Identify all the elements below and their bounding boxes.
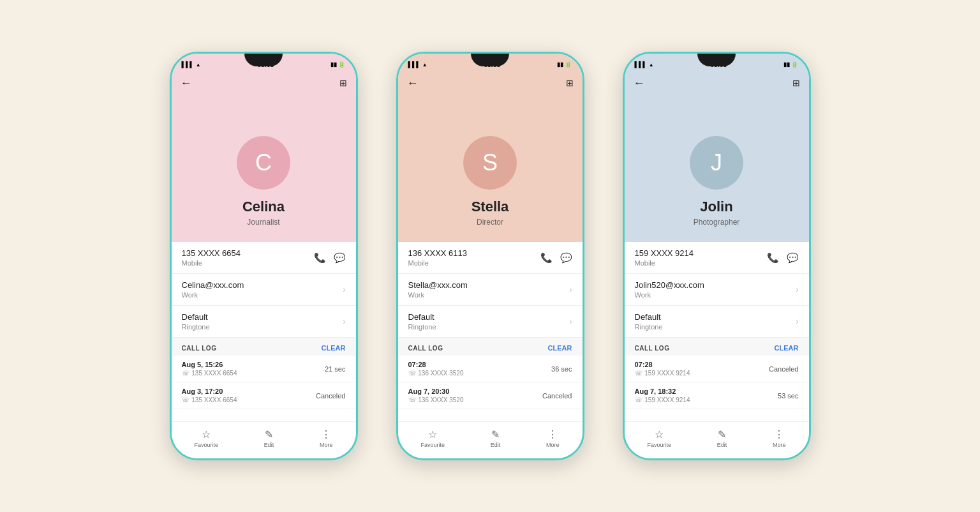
contact-name: Jolin xyxy=(700,199,732,215)
avatar: J xyxy=(690,136,743,190)
call-info-0: Aug 5, 15:26 ☏ 135 XXXX 6654 xyxy=(182,361,237,377)
qr-icon[interactable]: ⊞ xyxy=(339,78,347,88)
contact-name: Stella xyxy=(471,199,509,215)
battery-icon: ▮▮ 🔋 xyxy=(783,61,799,68)
battery-icon: ▮▮ 🔋 xyxy=(330,61,346,68)
contact-name: Celina xyxy=(242,199,285,215)
content-area: 136 XXXX 6113 Mobile 📞 💬 Stella@xxx.com … xyxy=(398,242,583,421)
nav-icon-edit: ✎ xyxy=(718,428,726,440)
nav-item-edit[interactable]: ✎ Edit xyxy=(264,428,274,448)
phone-actions: 📞 💬 xyxy=(767,252,799,264)
bottom-nav: ☆ Favourite ✎ Edit ⋮ More xyxy=(172,421,356,458)
call-number-0: ☏ 136 XXXX 3520 xyxy=(408,370,464,377)
call-entry-0[interactable]: 07:28 ☏ 159 XXXX 9214 Canceled xyxy=(625,356,809,382)
email-value: Celina@xxx.com xyxy=(182,280,244,290)
phone-info: 136 XXXX 6113 Mobile xyxy=(408,248,468,267)
phone-2: ▌▌▌ ▲ 08:08 ▮▮ 🔋 ← ⊞ S Stella Director 1… xyxy=(396,52,584,460)
nav-item-edit[interactable]: ✎ Edit xyxy=(491,428,501,448)
phone-1: ▌▌▌ ▲ 08:08 ▮▮ 🔋 ← ⊞ C Celina Journalist… xyxy=(170,52,358,460)
nav-item-favourite[interactable]: ☆ Favourite xyxy=(194,428,218,448)
phone-label: Mobile xyxy=(635,259,694,267)
call-entry-1[interactable]: Aug 7, 18:32 ☏ 159 XXXX 9214 53 sec xyxy=(625,382,809,409)
nav-icon-more: ⋮ xyxy=(547,428,558,440)
call-icon[interactable]: 📞 xyxy=(767,252,779,264)
wifi-icon: ▲ xyxy=(196,62,201,68)
call-duration-0: Canceled xyxy=(769,365,798,373)
signal-icon: ▌▌▌ xyxy=(182,61,194,68)
nav-icon-favourite: ☆ xyxy=(655,428,664,440)
nav-label-favourite: Favourite xyxy=(647,442,671,448)
call-info-0: 07:28 ☏ 159 XXXX 9214 xyxy=(635,361,690,377)
wifi-icon: ▲ xyxy=(649,62,654,68)
call-log-label: CALL LOG xyxy=(408,345,443,352)
nav-item-more[interactable]: ⋮ More xyxy=(773,428,786,448)
call-entry-1[interactable]: Aug 3, 17:20 ☏ 135 XXXX 6654 Canceled xyxy=(172,382,356,409)
phone-info: 135 XXXX 6654 Mobile xyxy=(182,248,241,267)
back-button[interactable]: ← xyxy=(181,77,192,90)
clear-button[interactable]: CLEAR xyxy=(322,344,346,352)
ringtone-chevron-icon: › xyxy=(343,317,345,326)
nav-item-more[interactable]: ⋮ More xyxy=(320,428,333,448)
ringtone-value: Default xyxy=(635,312,663,322)
clear-button[interactable]: CLEAR xyxy=(548,344,572,352)
email-label: Work xyxy=(408,291,468,299)
call-duration-1: 53 sec xyxy=(778,392,798,400)
nav-label-more: More xyxy=(773,442,786,448)
nav-item-favourite[interactable]: ☆ Favourite xyxy=(647,428,671,448)
top-bar: ← ⊞ xyxy=(398,72,583,94)
back-button[interactable]: ← xyxy=(407,77,419,90)
message-icon[interactable]: 💬 xyxy=(560,252,572,264)
qr-icon[interactable]: ⊞ xyxy=(566,78,574,88)
call-entry-0[interactable]: 07:28 ☏ 136 XXXX 3520 36 sec xyxy=(398,356,583,382)
call-number-1: ☏ 136 XXXX 3520 xyxy=(408,396,464,403)
ringtone-row[interactable]: Default Ringtone › xyxy=(398,306,583,338)
email-chevron-icon: › xyxy=(569,285,572,294)
call-date-0: Aug 5, 15:26 xyxy=(182,361,237,368)
status-right: ▮▮ 🔋 xyxy=(783,61,799,68)
email-row[interactable]: Jolin520@xxx.com Work › xyxy=(625,274,809,306)
nav-item-edit[interactable]: ✎ Edit xyxy=(717,428,727,448)
call-entry-0[interactable]: Aug 5, 15:26 ☏ 135 XXXX 6654 21 sec xyxy=(172,356,356,382)
nav-item-favourite[interactable]: ☆ Favourite xyxy=(420,428,445,448)
call-date-1: Aug 3, 17:20 xyxy=(182,388,237,395)
phone-row: 159 XXXX 9214 Mobile 📞 💬 xyxy=(625,242,809,274)
call-number-1: ☏ 159 XXXX 9214 xyxy=(635,396,690,403)
nav-item-more[interactable]: ⋮ More xyxy=(546,428,560,448)
ringtone-info: Default Ringtone xyxy=(182,312,210,331)
email-chevron-icon: › xyxy=(343,285,345,294)
ringtone-row[interactable]: Default Ringtone › xyxy=(172,306,356,338)
phone-label: Mobile xyxy=(182,259,241,267)
call-info-1: Aug 7, 20:30 ☏ 136 XXXX 3520 xyxy=(408,388,464,403)
ringtone-value: Default xyxy=(408,312,436,322)
back-button[interactable]: ← xyxy=(634,77,645,90)
call-icon[interactable]: 📞 xyxy=(314,252,326,264)
call-log-header: CALL LOG CLEAR xyxy=(625,338,809,356)
email-row[interactable]: Stella@xxx.com Work › xyxy=(398,274,583,306)
ringtone-row[interactable]: Default Ringtone › xyxy=(625,306,809,338)
nav-icon-edit: ✎ xyxy=(265,428,273,440)
qr-icon[interactable]: ⊞ xyxy=(792,78,800,88)
call-log-header: CALL LOG CLEAR xyxy=(398,338,583,356)
nav-label-edit: Edit xyxy=(491,442,501,448)
nav-label-more: More xyxy=(546,442,560,448)
ringtone-value: Default xyxy=(182,312,210,322)
status-right: ▮▮ 🔋 xyxy=(330,61,346,68)
ringtone-chevron-icon: › xyxy=(796,317,798,326)
phone-info: 159 XXXX 9214 Mobile xyxy=(635,248,694,267)
nav-label-edit: Edit xyxy=(717,442,727,448)
clear-button[interactable]: CLEAR xyxy=(775,344,799,352)
email-value: Stella@xxx.com xyxy=(408,280,468,290)
call-entry-1[interactable]: Aug 7, 20:30 ☏ 136 XXXX 3520 Canceled xyxy=(398,382,583,409)
call-date-0: 07:28 xyxy=(408,361,464,368)
call-log-label: CALL LOG xyxy=(635,345,670,352)
message-icon[interactable]: 💬 xyxy=(787,252,799,264)
call-info-0: 07:28 ☏ 136 XXXX 3520 xyxy=(408,361,464,377)
nav-label-more: More xyxy=(320,442,333,448)
ringtone-chevron-icon: › xyxy=(569,317,572,326)
call-icon[interactable]: 📞 xyxy=(540,252,553,264)
phone-frame-2: ▌▌▌ ▲ 08:08 ▮▮ 🔋 ← ⊞ S Stella Director 1… xyxy=(396,52,584,460)
email-value: Jolin520@xxx.com xyxy=(635,280,704,290)
message-icon[interactable]: 💬 xyxy=(334,252,346,264)
email-row[interactable]: Celina@xxx.com Work › xyxy=(172,274,356,306)
email-info: Jolin520@xxx.com Work xyxy=(635,280,704,299)
